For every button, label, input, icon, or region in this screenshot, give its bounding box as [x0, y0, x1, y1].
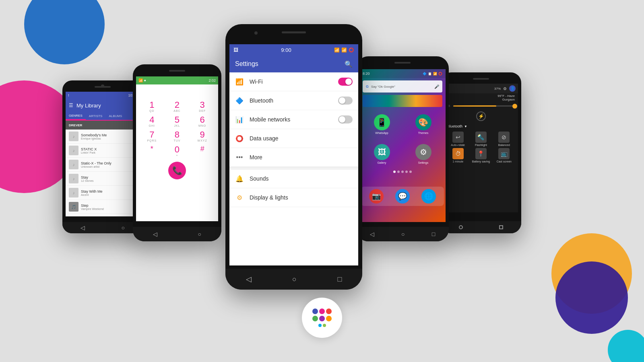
dialer-key-0[interactable]: 0 + [166, 145, 188, 157]
music-thumb: ♪ [69, 174, 78, 183]
themes-icon: 🎨 [415, 114, 431, 130]
tab-albums[interactable]: ALBUMS [105, 112, 125, 120]
phone-settings: 🖼 9:00 📶 📶 ⭕ Settings 🔍 📶 Wi-Fi 🔷 [225, 24, 362, 290]
gallery-icon: 🖼 [374, 144, 390, 160]
key-sub: DEF [199, 109, 206, 112]
settings-item-bluetooth[interactable]: 🔷 Bluetooth [229, 91, 358, 110]
qs-tile-flashlight[interactable]: 🔦 Flashlight [470, 132, 491, 146]
home-icon[interactable]: ○ [198, 231, 201, 237]
dialer-key-3[interactable]: 3 DEF [191, 101, 213, 112]
oneminute-label: 1 minute [452, 160, 463, 163]
app-settings[interactable]: ⚙ Settings [415, 144, 431, 164]
battery-label: Battery saving [472, 160, 490, 163]
song-title: Somebody's Me [81, 133, 136, 137]
key-sub: PQRS [147, 139, 157, 142]
dialer-key-6[interactable]: 6 MNO [191, 115, 213, 127]
qs-tile-balanced[interactable]: ⊘ Balanced [493, 132, 515, 146]
key-sub: MNO [198, 124, 206, 127]
logo-dot-orange [326, 316, 332, 321]
phone-5-screen: 37% ⚙ 👤 99°F - HazeGurgaon ☀ ⚡ Bluetooth… [444, 84, 518, 212]
settings-item-mobile[interactable]: 📊 Mobile networks [229, 110, 358, 129]
mic-icon[interactable]: 🎤 [434, 84, 439, 89]
key-sub: WXYZ [198, 139, 207, 142]
brightness-slider[interactable]: ☀ [444, 102, 518, 110]
dialer-key-8[interactable]: 8 TUV [166, 130, 188, 142]
dialer-key-9[interactable]: 9 WXYZ [191, 130, 213, 142]
settings-item-more[interactable]: ••• More [229, 148, 358, 167]
app-whatsapp[interactable]: 📱 WhatsApp [374, 114, 390, 134]
list-item[interactable]: 🎵 Step Vampire Weekend [66, 200, 140, 214]
home-icon[interactable]: ○ [401, 231, 405, 237]
dock-browser[interactable]: 🌐 [421, 189, 436, 204]
list-item[interactable]: ♪ Static-X - The Only Unknown artist [66, 158, 140, 172]
phone4-nav-bar: ◁ ○ □ [356, 227, 449, 241]
app-gallery[interactable]: 🖼 Gallery [374, 144, 390, 164]
dialer-key-1[interactable]: 1 QD [141, 101, 163, 112]
back-icon[interactable]: ◁ [80, 224, 85, 231]
qs-tile-battery[interactable]: 📍 Battery saving [470, 148, 491, 163]
home-dot-icon[interactable] [459, 225, 463, 229]
tab-artists[interactable]: ARTISTS [86, 112, 106, 120]
bluetooth-section[interactable]: Bluetooth ▼ [444, 123, 518, 130]
app-themes[interactable]: 🎨 Themes [415, 114, 431, 134]
dialer-key-2[interactable]: 2 ABC [166, 101, 188, 112]
battery-tile-icon: 📍 [475, 148, 487, 159]
bt-icon: 🔷 [423, 72, 427, 76]
qs-tile-1min[interactable]: ⏱ 1 minute [447, 148, 469, 163]
settings-icon[interactable]: ⚙ [503, 86, 507, 91]
dialer-key-5[interactable]: 5 JKL [166, 115, 188, 127]
dialer-key-hash[interactable]: # [191, 145, 213, 157]
battery-pct: 37% [494, 87, 501, 90]
music-thumb: 🎵 [69, 202, 78, 212]
back-icon[interactable]: ◁ [246, 275, 252, 284]
song-title: Step [81, 204, 136, 208]
bluetooth-icon: 🔷 [235, 96, 244, 105]
phone-home: 8:20 🔷 📋 📶 ⭕ G Say "Ok Google" 🎤 📱 Whats… [356, 56, 449, 241]
search-icon[interactable]: 🔍 [345, 60, 353, 68]
call-button[interactable]: 📞 [168, 162, 186, 179]
tab-genres[interactable]: GENRES [66, 112, 86, 120]
list-item[interactable]: ♪ Stay 12 Stones [66, 172, 140, 186]
back-icon[interactable]: ◁ [153, 231, 157, 237]
list-item[interactable]: ♪ Somebody's Me Enrique Iglesias [66, 130, 140, 144]
recents-icon[interactable]: □ [432, 231, 435, 237]
wifi-toggle[interactable] [338, 78, 353, 86]
themes-label: Themes [418, 132, 428, 134]
settings-app-icon: ⚙ [415, 144, 431, 160]
settings-title: Settings [235, 60, 258, 68]
dialer-key-7[interactable]: 7 PQRS [141, 130, 163, 142]
song-artist: Linkin' Park [81, 151, 136, 154]
settings-item-wifi[interactable]: 📶 Wi-Fi [229, 72, 358, 91]
settings-item-sounds[interactable]: 🔔 Sounds [229, 169, 358, 188]
settings-item-data[interactable]: ⭕ Data usage [229, 129, 358, 148]
camera-icon: 📷 [369, 189, 384, 204]
sounds-icon: 🔔 [235, 174, 244, 183]
home-icon[interactable]: ○ [121, 224, 124, 231]
user-avatar[interactable]: 👤 [509, 85, 516, 92]
list-item[interactable]: ♪ STATIC X Linkin' Park [66, 144, 140, 158]
qs-tile-autorotate[interactable]: ↩ Auto-rotate [447, 132, 469, 146]
dock-messages[interactable]: 💬 [395, 189, 410, 204]
recents-icon[interactable] [499, 225, 503, 229]
hamburger-icon[interactable]: ☰ [69, 103, 73, 108]
settings-item-display[interactable]: ⚙ Display & lights [229, 188, 358, 207]
mobile-toggle[interactable] [338, 115, 353, 123]
dialer-key-4[interactable]: 4 GHI [141, 115, 163, 127]
key-num: # [200, 145, 204, 152]
wifi-label: Wi-Fi [250, 78, 332, 85]
phone1-app-title: My Library [76, 103, 101, 109]
dock-camera[interactable]: 📷 [369, 189, 384, 204]
music-info: STATIC X Linkin' Park [81, 147, 136, 154]
bluetooth-toggle[interactable] [338, 97, 353, 105]
home-search-bar[interactable]: G Say "Ok Google" 🎤 [363, 80, 442, 93]
key-num: 0 [175, 145, 180, 154]
home-icon[interactable]: ○ [292, 275, 297, 284]
recents-icon[interactable]: □ [337, 275, 342, 284]
qs-tiles: ↩ Auto-rotate 🔦 Flashlight ⊘ Balanced ⏱ … [444, 130, 518, 165]
list-item[interactable]: ♪ Stay With Me Aicent [66, 186, 140, 200]
back-icon[interactable]: ◁ [370, 231, 374, 237]
dialer-key-star[interactable]: * [141, 145, 163, 157]
key-sub: QD [149, 109, 155, 112]
qs-tile-cast[interactable]: 📺 Cast screen [493, 148, 515, 163]
music-info: Step Vampire Weekend [81, 204, 136, 210]
